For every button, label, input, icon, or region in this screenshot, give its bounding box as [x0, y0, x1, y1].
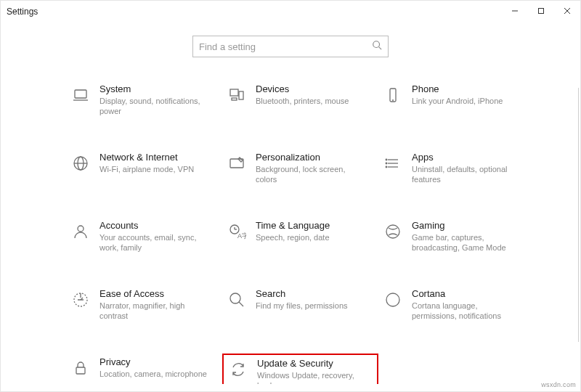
category-sub: Narrator, magnifier, high contrast	[99, 301, 208, 322]
maximize-button[interactable]	[528, 1, 554, 21]
cortana-icon	[383, 290, 403, 310]
ease-of-access-icon	[70, 290, 91, 310]
svg-line-31	[239, 302, 243, 306]
category-title: Cortana	[412, 288, 521, 299]
category-title: Gaming	[412, 220, 521, 231]
svg-rect-16	[230, 159, 243, 168]
category-sub: Your accounts, email, sync, work, family	[99, 232, 208, 253]
category-title: Update & Security	[257, 358, 366, 369]
category-sub: Uninstall, defaults, optional features	[412, 164, 521, 185]
lock-icon	[70, 358, 91, 378]
window-title: Settings	[7, 7, 38, 17]
xbox-icon	[383, 221, 403, 242]
svg-line-5	[379, 47, 382, 50]
laptop-icon	[70, 85, 91, 105]
svg-point-22	[386, 166, 387, 168]
category-privacy[interactable]: Privacy Location, camera, microphone	[66, 354, 222, 384]
category-apps[interactable]: Apps Uninstall, defaults, optional featu…	[378, 149, 535, 191]
magnifier-icon	[227, 290, 247, 310]
svg-rect-6	[75, 90, 86, 98]
category-title: Search	[256, 288, 348, 299]
category-title: Personalization	[256, 152, 365, 163]
svg-rect-10	[232, 98, 237, 100]
titlebar: Settings	[1, 1, 580, 23]
phone-icon	[383, 85, 403, 105]
category-sub: Location, camera, microphone	[99, 369, 207, 379]
categories-grid: System Display, sound, notifications, po…	[66, 81, 580, 384]
category-accounts[interactable]: Accounts Your accounts, email, sync, wor…	[66, 217, 222, 259]
search-input[interactable]	[199, 41, 372, 52]
svg-rect-9	[239, 91, 243, 99]
category-network[interactable]: Network & Internet Wi-Fi, airplane mode,…	[66, 149, 222, 191]
category-sub: Bluetooth, printers, mouse	[256, 96, 349, 106]
category-time-language[interactable]: A字 Time & Language Speech, region, date	[222, 217, 378, 259]
category-cortana[interactable]: Cortana Cortana language, permissions, n…	[378, 285, 535, 327]
minimize-button[interactable]	[502, 1, 528, 21]
svg-point-28	[386, 225, 399, 238]
category-title: Apps	[412, 152, 521, 163]
svg-rect-33	[76, 367, 85, 374]
scrollbar[interactable]	[578, 88, 579, 342]
category-ease-of-access[interactable]: Ease of Access Narrator, magnifier, high…	[66, 285, 222, 327]
category-title: Phone	[412, 83, 503, 94]
person-icon	[70, 221, 91, 242]
category-title: Privacy	[99, 356, 207, 367]
svg-rect-8	[230, 89, 238, 96]
category-title: System	[99, 83, 208, 94]
category-gaming[interactable]: Gaming Game bar, captures, broadcasting,…	[378, 217, 535, 259]
watermark: wsxdn.com	[541, 381, 576, 388]
category-title: Ease of Access	[99, 288, 208, 299]
close-button[interactable]	[554, 1, 580, 21]
category-title: Time & Language	[256, 220, 330, 231]
category-sub: Wi-Fi, airplane mode, VPN	[99, 164, 194, 174]
time-language-icon: A字	[227, 221, 247, 242]
category-phone[interactable]: Phone Link your Android, iPhone	[378, 81, 535, 123]
search-box[interactable]	[192, 36, 389, 57]
category-sub: Background, lock screen, colors	[256, 164, 365, 185]
search-icon	[372, 40, 382, 53]
sync-icon	[228, 359, 248, 380]
svg-point-4	[373, 41, 380, 48]
category-system[interactable]: System Display, sound, notifications, po…	[66, 81, 222, 123]
window-controls	[502, 1, 580, 21]
svg-point-30	[230, 293, 240, 303]
category-update-security[interactable]: Update & Security Windows Update, recove…	[222, 354, 378, 384]
category-title: Devices	[256, 83, 349, 94]
svg-point-21	[386, 163, 387, 164]
category-sub: Speech, region, date	[256, 232, 330, 242]
personalization-icon	[227, 153, 247, 173]
svg-rect-11	[390, 89, 396, 102]
category-title: Network & Internet	[99, 152, 194, 163]
devices-icon	[227, 85, 247, 105]
svg-rect-1	[539, 9, 544, 14]
apps-icon	[383, 153, 403, 173]
category-devices[interactable]: Devices Bluetooth, printers, mouse	[222, 81, 378, 123]
svg-point-32	[386, 293, 399, 306]
category-sub: Windows Update, recovery, backup	[257, 370, 366, 384]
category-personalization[interactable]: Personalization Background, lock screen,…	[222, 149, 378, 191]
category-title: Accounts	[99, 220, 208, 231]
category-sub: Game bar, captures, broadcasting, Game M…	[412, 232, 521, 253]
category-sub: Display, sound, notifications, power	[99, 96, 208, 117]
globe-icon	[70, 153, 91, 173]
category-sub: Cortana language, permissions, notificat…	[412, 301, 521, 322]
svg-point-20	[386, 159, 387, 160]
category-sub: Link your Android, iPhone	[412, 96, 503, 106]
svg-text:A字: A字	[237, 232, 246, 240]
svg-point-23	[78, 226, 84, 232]
category-search[interactable]: Search Find my files, permissions	[222, 285, 378, 327]
category-sub: Find my files, permissions	[256, 301, 348, 311]
